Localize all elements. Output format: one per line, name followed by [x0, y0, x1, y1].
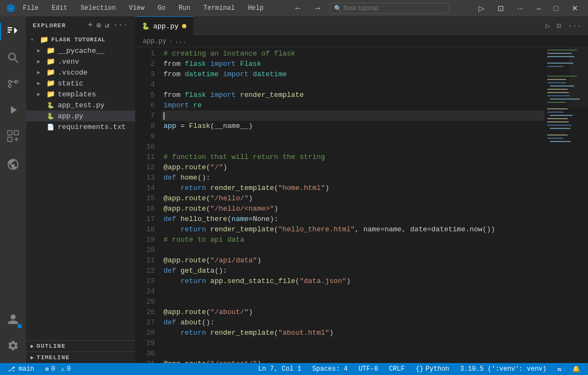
indentation[interactable]: Spaces: 4: [310, 365, 350, 373]
code-line-16[interactable]: @app.route("/hello/<name>"): [161, 204, 544, 214]
menu-terminal[interactable]: Terminal: [201, 3, 237, 13]
activity-search-icon[interactable]: [0, 45, 26, 71]
breadcrumb-location[interactable]: ...: [174, 38, 186, 45]
line-ending[interactable]: CRLF: [387, 365, 407, 373]
static-icon: 📁: [46, 79, 56, 88]
search-input[interactable]: [330, 3, 450, 14]
activity-settings-icon[interactable]: [0, 333, 26, 359]
folder-templates[interactable]: ▶ 📁 templates: [26, 89, 135, 100]
code-line-20[interactable]: [161, 245, 544, 255]
timeline-header[interactable]: ▶ TIMELINE: [26, 352, 135, 363]
code-line-27[interactable]: def about():: [161, 317, 544, 328]
layout-button[interactable]: ⊡: [493, 3, 508, 14]
code-line-19[interactable]: # route to api data: [161, 235, 544, 245]
code-line-1[interactable]: # creating an instance of flask: [161, 48, 544, 59]
code-line-21[interactable]: @app.route("/api/data"): [161, 255, 544, 266]
svg-rect-27: [550, 115, 573, 116]
close-button[interactable]: ✕: [567, 3, 583, 14]
breadcrumb-file[interactable]: app.py: [143, 38, 166, 45]
live-share[interactable]: ⇆: [555, 365, 563, 373]
code-line-8[interactable]: app = Flask(__name__): [161, 121, 544, 131]
encoding[interactable]: UTF-8: [356, 365, 380, 373]
code-line-31[interactable]: @app.route("/contact/"): [161, 359, 544, 363]
code-line-13[interactable]: def home():: [161, 173, 544, 183]
code-line-23[interactable]: return app.send_static_file("data.json"): [161, 276, 544, 286]
menu-view[interactable]: View: [126, 3, 147, 13]
code-line-9[interactable]: [161, 131, 544, 142]
code-line-17[interactable]: def hello_there(name=None):: [161, 214, 544, 224]
new-file-icon[interactable]: +: [88, 21, 93, 30]
folder-venv[interactable]: ▶ 📁 .venv: [26, 56, 135, 67]
activity-extensions-icon[interactable]: [0, 123, 26, 149]
code-line-11[interactable]: # function that will return the string: [161, 152, 544, 162]
tab-app-py[interactable]: 🐍 app.py: [135, 16, 193, 35]
nav-back-button[interactable]: ←: [290, 2, 306, 14]
menu-help[interactable]: Help: [246, 3, 266, 13]
notifications[interactable]: 🔔: [570, 365, 583, 373]
git-icon: ⎇: [8, 365, 15, 373]
activity-source-control-icon[interactable]: [0, 71, 26, 97]
more-actions-icon[interactable]: ···: [113, 21, 129, 30]
code-line-26[interactable]: @app.route("/about/"): [161, 307, 544, 317]
maximize-button[interactable]: □: [550, 3, 563, 14]
menu-run[interactable]: Run: [177, 3, 193, 13]
menu-file[interactable]: File: [21, 3, 41, 13]
line-number-24: 24: [135, 286, 155, 297]
ln-col: Ln 7, Col 1: [258, 365, 301, 373]
code-line-18[interactable]: return render_template("hello_there.html…: [161, 224, 544, 235]
code-content[interactable]: # creating an instance of flaskfrom flas…: [161, 47, 544, 363]
menu-selection[interactable]: Selection: [78, 3, 118, 13]
new-folder-icon[interactable]: ⊕: [96, 21, 101, 30]
project-root[interactable]: ▾ 📁 FLASK TUTORIAL: [26, 34, 135, 45]
code-line-10[interactable]: [161, 142, 544, 152]
activity-run-debug-icon[interactable]: [0, 97, 26, 123]
pycache-icon: 📁: [46, 46, 56, 55]
more-button[interactable]: ···: [513, 3, 528, 14]
code-line-30[interactable]: [161, 348, 544, 359]
line-number-22: 22: [135, 266, 155, 276]
menu-go[interactable]: Go: [155, 3, 167, 13]
split-editor-icon[interactable]: ⊡: [554, 20, 563, 32]
code-line-6[interactable]: import re: [161, 100, 544, 110]
code-line-28[interactable]: return render_template("about.html"): [161, 328, 544, 338]
code-line-15[interactable]: @app.route("/hello/"): [161, 193, 544, 204]
language-mode[interactable]: {} Python: [414, 365, 452, 373]
run-code-icon[interactable]: ▷: [543, 20, 552, 32]
run-button[interactable]: ▷: [474, 3, 489, 14]
activity-remote-icon[interactable]: [0, 151, 26, 177]
more-editor-icon[interactable]: ···: [566, 21, 584, 32]
file-app-py[interactable]: ▶ 🐍 app.py: [26, 110, 135, 121]
code-line-14[interactable]: return render_template("home.html"): [161, 183, 544, 193]
activity-explorer-icon[interactable]: [0, 19, 26, 45]
menu-edit[interactable]: Edit: [50, 3, 70, 13]
code-line-22[interactable]: def get_data():: [161, 266, 544, 276]
code-line-29[interactable]: [161, 338, 544, 348]
file-app-test[interactable]: ▶ 🐍 app_test.py: [26, 100, 135, 110]
code-editor[interactable]: 1234567891011121314151617181920212223242…: [135, 47, 588, 363]
cursor-position[interactable]: Ln 7, Col 1: [256, 365, 304, 373]
code-line-12[interactable]: @app.route("/"): [161, 162, 544, 173]
code-line-24[interactable]: [161, 286, 544, 297]
code-line-4[interactable]: [161, 79, 544, 90]
outline-header[interactable]: ▶ OUTLINE: [26, 341, 135, 352]
python-version[interactable]: 3.10.5 (':venv': venv): [458, 365, 548, 373]
line-number-21: 21: [135, 255, 155, 266]
folder-static[interactable]: ▶ 📁 static: [26, 78, 135, 89]
folder-vscode[interactable]: ▶ 📁 .vscode: [26, 67, 135, 78]
minimap: [544, 47, 588, 363]
code-line-7[interactable]: [161, 110, 544, 121]
git-branch[interactable]: ⎇ main: [5, 365, 37, 373]
tab-py-icon: 🐍: [142, 22, 150, 30]
code-line-2[interactable]: from flask import Flask: [161, 59, 544, 69]
refresh-icon[interactable]: ↺: [105, 21, 110, 30]
code-line-3[interactable]: from datetime import datetime: [161, 69, 544, 79]
folder-pycache[interactable]: ▶ 📁 __pycache__: [26, 45, 135, 56]
minimize-button[interactable]: –: [532, 3, 545, 14]
errors-warnings[interactable]: ⊗ 0 ⚠ 0: [43, 365, 73, 373]
code-line-5[interactable]: from flask import render_template: [161, 90, 544, 100]
file-requirements[interactable]: ▶ 📄 requirements.txt: [26, 121, 135, 132]
nav-forward-button[interactable]: →: [310, 2, 325, 14]
code-line-25[interactable]: [161, 297, 544, 307]
activity-account-icon[interactable]: [0, 306, 26, 333]
tabs-list: 🐍 app.py: [135, 16, 539, 35]
